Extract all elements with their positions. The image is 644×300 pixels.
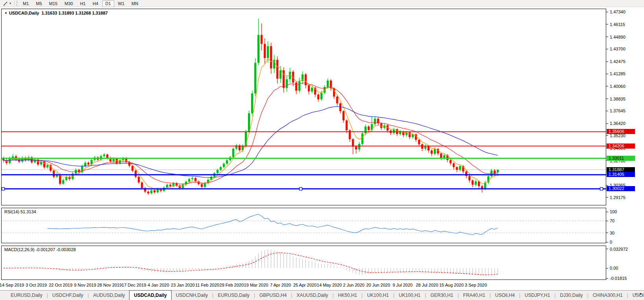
chart-tab-eurusd-daily[interactable]: EURUSD,Daily: [6, 291, 47, 300]
candle-body: [456, 167, 458, 170]
price-tick-mark: [606, 197, 608, 198]
timeframe-button-m30[interactable]: M30: [61, 0, 76, 7]
chart-tab-hk50-h1[interactable]: HK50,H1: [334, 291, 362, 300]
macd-signal-line: [4, 253, 498, 275]
price-tick-label: 1.36420: [610, 121, 625, 126]
macd-canvas[interactable]: [2, 246, 606, 280]
timeframe-button-m15[interactable]: M15: [46, 0, 61, 7]
date-tick-label: 14 May 2020: [317, 283, 342, 287]
candle-body: [131, 166, 133, 170]
chart-tab-usdchf-daily[interactable]: USDCHF,Daily: [48, 291, 88, 300]
chart-tab-gbpusd-h4[interactable]: GBPUSD,H4: [255, 291, 291, 300]
macd-panel[interactable]: MACD(12,26,9) -0.001207 -0.003028: [1, 246, 606, 280]
candle-body: [361, 133, 363, 144]
candle-body: [415, 134, 417, 140]
timeframe-button-w1[interactable]: W1: [115, 0, 128, 7]
price-level-badge: 1.30022: [607, 186, 635, 191]
candle-body: [339, 103, 341, 111]
macd-tick-label: -0.01815: [610, 276, 627, 281]
chart-tab-audusd-daily[interactable]: AUDUSD,Daily: [89, 291, 130, 300]
price-tick-mark: [606, 37, 608, 37]
candle-body: [169, 185, 171, 186]
date-tick-label: 3 Oct 2019: [26, 283, 47, 287]
candle-body: [365, 127, 366, 133]
chart-tab-eurusd-daily[interactable]: EURUSD,Daily: [213, 291, 254, 300]
line-drag-handle[interactable]: [300, 188, 302, 190]
toolbar-grip-handle[interactable]: [17, 1, 18, 6]
tab-scroll-nav: ◄ ►: [633, 292, 643, 296]
timeframe-button-h1[interactable]: H1: [77, 0, 89, 7]
macd-tick-mark: [606, 278, 608, 279]
candle-body: [248, 113, 250, 132]
timeframe-toolbar: ▾ M1M5M15M30H1H4D1W1MN: [0, 0, 644, 7]
chart-tab-dj30-daily[interactable]: DJ30,Daily: [555, 291, 587, 300]
price-chart-canvas[interactable]: [2, 9, 606, 205]
timeframe-button-m1[interactable]: M1: [20, 0, 32, 7]
price-chart-panel[interactable]: ▼USDCAD,Daily 1.31633 1.31893 1.31268 1.…: [1, 9, 606, 205]
line-drag-handle[interactable]: [2, 188, 5, 190]
tab-scroll-left-icon[interactable]: ◄: [633, 292, 637, 296]
tab-scroll-right-icon[interactable]: ►: [639, 292, 643, 296]
line-drag-handle[interactable]: [600, 188, 603, 190]
candle-body: [327, 80, 329, 87]
date-tick-label: 7 Apr 2020: [270, 283, 291, 287]
chart-tab-fra40-h1[interactable]: FRA40,H1: [459, 291, 490, 300]
date-tick-label: 23 Jan 2020: [171, 283, 195, 287]
candle-body: [336, 97, 338, 103]
timeframe-button-h4[interactable]: H4: [89, 0, 101, 7]
candle-body: [226, 160, 228, 164]
date-tick-label: 29 Feb 2020: [220, 283, 244, 287]
rsi-canvas[interactable]: [2, 208, 606, 243]
candle-body: [267, 46, 269, 58]
price-tick-label: 1.46115: [610, 22, 625, 27]
chart-tab-china300-h1[interactable]: CHINA300,H1: [588, 291, 627, 300]
cursor-tool-button[interactable]: ▾: [1, 1, 13, 6]
candle-body: [352, 139, 354, 147]
chart-tab-uk100-h1[interactable]: UK100,H1: [363, 291, 393, 300]
timeframe-button-m5[interactable]: M5: [33, 0, 45, 7]
price-tick-mark: [606, 99, 608, 99]
rsi-panel[interactable]: RSI(14) 51.3134: [1, 208, 606, 243]
candle-body: [254, 63, 256, 93]
candle-body: [434, 149, 436, 154]
candle-body: [154, 190, 155, 192]
chart-tab-xauusd-daily[interactable]: XAUUSD,Daily: [292, 291, 332, 300]
candle-body: [472, 181, 474, 185]
price-tick-label: 1.41285: [610, 71, 625, 76]
macd-axis: 0.0329720.00-0.01815: [606, 246, 644, 280]
chart-tab-uk100-h1[interactable]: UK100,H1: [394, 291, 425, 300]
candle-body: [62, 180, 64, 184]
price-level-badge: 1.33011: [607, 156, 635, 161]
price-level-badge: 1.35606: [607, 129, 635, 134]
chart-tab-usdcnh-daily[interactable]: USDCNH,Daily: [172, 291, 212, 300]
price-tick-label: 1.47340: [610, 9, 625, 14]
timeframe-button-d1[interactable]: D1: [102, 0, 114, 7]
candle-body: [308, 85, 310, 91]
moving-average-45: [4, 106, 498, 177]
macd-tick-label: 0.00: [610, 266, 618, 270]
candle-body: [298, 81, 300, 91]
price-tick-mark: [606, 49, 608, 49]
chart-tab-usdjpy-h1[interactable]: USDJPY,H1: [520, 291, 554, 300]
candle-body: [468, 176, 470, 180]
timeframe-buttons-group: M1M5M15M30H1H4D1W1MN: [19, 1, 142, 6]
date-tick-label: 14 Sep 2019: [0, 283, 24, 287]
candle-body: [346, 120, 348, 130]
rsi-tick-label: 100: [610, 209, 617, 214]
chart-tab-usdcad-daily[interactable]: USDCAD,Daily: [129, 290, 171, 300]
candle-body: [453, 163, 455, 167]
candle-body: [179, 186, 181, 188]
chart-tab-usoil-h4[interactable]: USOil,H4: [491, 291, 519, 300]
candle-body: [201, 184, 203, 187]
timeframe-button-mn[interactable]: MN: [128, 0, 141, 7]
candle-body: [421, 144, 423, 149]
date-tick-label: 2 Jun 2020: [343, 283, 364, 287]
rsi-label: RSI(14) 51.3134: [4, 209, 36, 214]
candle-body: [141, 183, 143, 188]
rsi-line: [48, 214, 498, 235]
candle-body: [320, 93, 322, 99]
price-level-badge: 1.34206: [607, 143, 635, 149]
chevron-down-icon: ▾: [9, 2, 11, 5]
candle-body: [257, 35, 259, 63]
chart-tab-ger30-h1[interactable]: GER30,H1: [426, 291, 457, 300]
